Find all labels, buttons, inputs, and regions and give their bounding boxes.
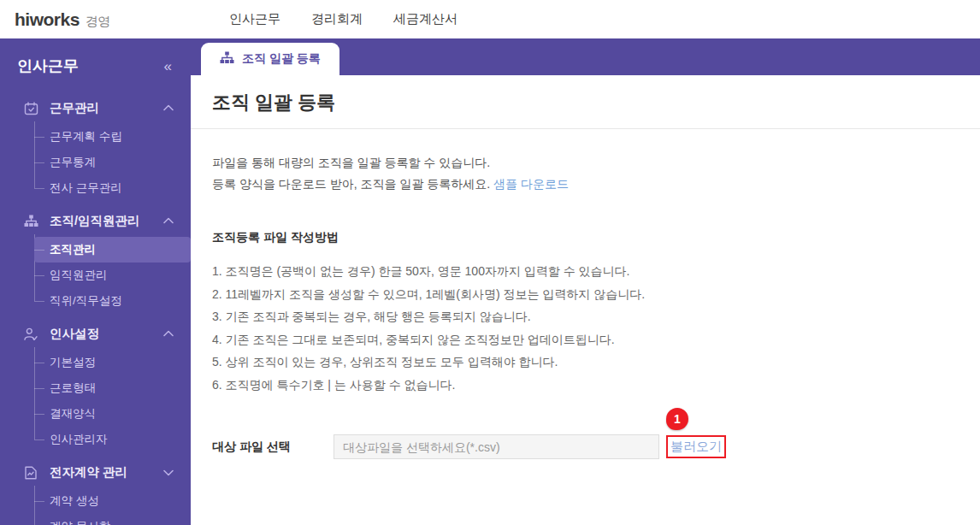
intro-text: 파일을 통해 대량의 조직을 일괄 등록할 수 있습니다. 등록 양식을 다운로…: [212, 152, 980, 195]
intro-line-2: 등록 양식을 다운로드 받아, 조직을 일괄 등록하세요. 샘플 다운로드: [212, 174, 980, 195]
org-chart-icon: [23, 215, 38, 227]
instructions-heading: 조직등록 파일 작성방법: [212, 230, 980, 245]
page-content: 조직 일괄 등록 파일을 통해 대량의 조직을 일괄 등록할 수 있습니다. 등…: [191, 75, 980, 459]
annotation-step-badge: 1: [666, 408, 688, 430]
chevron-up-icon: [163, 104, 174, 112]
sidebar-section-work-management: 근무관리 근무계획 수립 근무통계 전사 근무관리: [0, 95, 191, 201]
load-button-wrap: 1 불러오기: [666, 435, 726, 458]
file-path-input[interactable]: [334, 434, 659, 459]
chevron-down-icon: [163, 469, 174, 476]
sidebar-item-label: 근무관리: [50, 100, 163, 116]
app-body: 인사근무 « 근무관리 근무계획 수립 근무통계: [0, 38, 980, 525]
sidebar-item-hr-settings[interactable]: 인사설정: [0, 321, 191, 347]
sidebar-item-label: 전자계약 관리: [50, 464, 163, 481]
sidebar-item-label: 인사설정: [50, 326, 163, 342]
sidebar-item-contract-docs[interactable]: 계약 문서함: [34, 514, 191, 525]
tab-bar: 조직 일괄 등록: [191, 38, 980, 75]
tab-org-bulk-register[interactable]: 조직 일괄 등록: [201, 43, 339, 75]
sidebar-item-e-contract-management[interactable]: 전자계약 관리: [0, 459, 191, 486]
page-title: 조직 일괄 등록: [212, 90, 980, 115]
sidebar: 인사근무 « 근무관리 근무계획 수립 근무통계: [0, 38, 191, 525]
sidebar-item-work-plan[interactable]: 근무계획 수립: [34, 124, 191, 150]
sidebar-item-hr-admin[interactable]: 인사관리자: [34, 427, 191, 452]
instruction-item: 3. 기존 조직과 중복되는 경우, 해당 행은 등록되지 않습니다.: [212, 305, 980, 328]
chevron-up-icon: [163, 330, 174, 338]
sidebar-section-e-contract-management: 전자계약 관리 계약 생성 계약 문서함: [0, 459, 191, 525]
sidebar-collapse-icon[interactable]: «: [164, 59, 172, 74]
load-file-button[interactable]: 불러오기: [666, 435, 726, 458]
instruction-item: 1. 조직명은 (공백이 없는 경우) 한글 50자, 영문 100자까지 입력…: [212, 260, 980, 283]
sidebar-header: 인사근무 «: [0, 38, 191, 95]
title-divider: [191, 128, 980, 129]
sidebar-item-label: 조직/임직원관리: [50, 213, 163, 229]
top-header: hiworks경영 인사근무 경리회계 세금계산서: [0, 0, 980, 38]
main-area: 조직 일괄 등록 조직 일괄 등록 파일을 통해 대량의 조직을 일괄 등록할 …: [191, 38, 980, 525]
sidebar-item-basic-settings[interactable]: 기본설정: [34, 350, 191, 375]
org-chart-icon: [220, 51, 234, 68]
nav-accounting[interactable]: 경리회계: [311, 11, 363, 27]
logo-suffix: 경영: [86, 14, 110, 28]
instruction-item: 4. 기존 조직은 그대로 보존되며, 중복되지 않은 조직정보만 업데이트됩니…: [212, 328, 980, 351]
sidebar-item-work-stats[interactable]: 근무통계: [34, 150, 191, 175]
sidebar-item-work-type[interactable]: 근로형태: [34, 375, 191, 401]
intro-line-1: 파일을 통해 대량의 조직을 일괄 등록할 수 있습니다.: [212, 152, 980, 174]
top-nav: 인사근무 경리회계 세금계산서: [229, 0, 458, 38]
instruction-item: 2. 11레벨까지 조직을 생성할 수 있으며, 1레벨(회사명) 정보는 입력…: [212, 283, 980, 306]
document-icon: [23, 466, 38, 480]
sidebar-title: 인사근무: [17, 56, 79, 76]
file-select-label: 대상 파일 선택: [212, 439, 334, 455]
sidebar-item-work-management[interactable]: 근무관리: [0, 95, 191, 121]
sample-download-link[interactable]: 샘플 다운로드: [493, 177, 569, 191]
file-select-row: 대상 파일 선택 1 불러오기: [212, 434, 980, 459]
calendar-check-icon: [23, 102, 38, 115]
submenu-e-contract-management: 계약 생성 계약 문서함: [34, 488, 191, 525]
sidebar-item-contract-create[interactable]: 계약 생성: [34, 488, 191, 514]
sidebar-item-approval-form[interactable]: 결재양식: [34, 401, 191, 427]
hiworks-logo[interactable]: hiworks경영: [15, 9, 110, 30]
sidebar-item-company-work-management[interactable]: 전사 근무관리: [34, 175, 191, 201]
tab-label: 조직 일괄 등록: [242, 51, 321, 67]
chevron-up-icon: [163, 217, 174, 225]
sidebar-item-org-employee-management[interactable]: 조직/임직원관리: [0, 208, 191, 234]
nav-hr-work[interactable]: 인사근무: [229, 11, 280, 27]
person-check-icon: [23, 327, 38, 341]
sidebar-item-employee-management[interactable]: 임직원관리: [34, 262, 191, 288]
logo-text: hiworks: [15, 9, 80, 29]
instructions-list: 1. 조직명은 (공백이 없는 경우) 한글 50자, 영문 100자까지 입력…: [212, 260, 980, 396]
sidebar-section-org-employee-management: 조직/임직원관리 조직관리 임직원관리 직위/직무설정: [0, 208, 191, 314]
instruction-item: 6. 조직명에 특수기호 | 는 사용할 수 없습니다.: [212, 374, 980, 397]
submenu-work-management: 근무계획 수립 근무통계 전사 근무관리: [34, 124, 191, 201]
sidebar-section-hr-settings: 인사설정 기본설정 근로형태 결재양식 인사관리자: [0, 321, 191, 452]
submenu-org-employee-management: 조직관리 임직원관리 직위/직무설정: [34, 237, 191, 314]
instruction-item: 5. 상위 조직이 있는 경우, 상위조직 정보도 모두 입력해야 합니다.: [212, 351, 980, 374]
submenu-hr-settings: 기본설정 근로형태 결재양식 인사관리자: [34, 350, 191, 452]
sidebar-item-position-settings[interactable]: 직위/직무설정: [34, 288, 191, 314]
sidebar-item-org-management[interactable]: 조직관리: [34, 237, 191, 262]
nav-tax-invoice[interactable]: 세금계산서: [393, 11, 458, 27]
